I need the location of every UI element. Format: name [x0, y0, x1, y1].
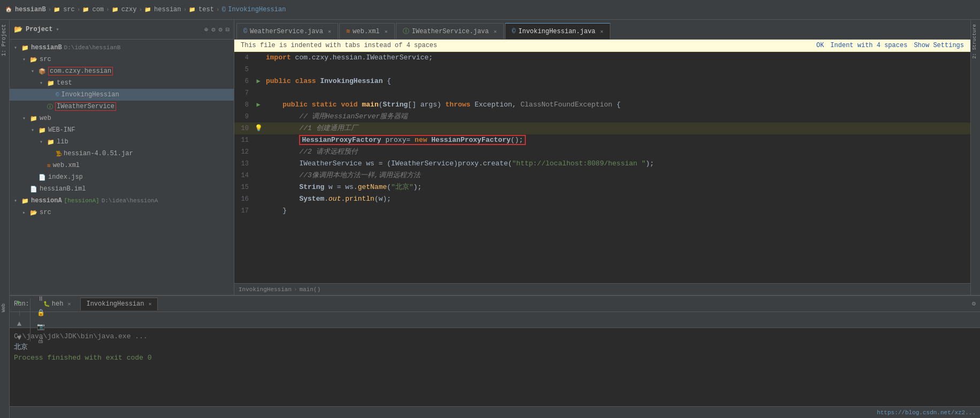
structure-tab[interactable]: 2: Structure [971, 20, 980, 63]
line-num-12: 12 [234, 146, 253, 158]
breadcrumb: 🏠 hessianB › 📁 src › 📁 com › 📁 czxy › 📁 … [5, 6, 286, 14]
tab-iweatherservice[interactable]: Ⓘ IWeatherService.java ✕ [396, 23, 504, 39]
src-icon: 📂 [30, 56, 37, 63]
tree-item-jar[interactable]: 🗜 hessian-4.0.51.jar [10, 148, 234, 159]
tab-close-iweatherservice[interactable]: ✕ [494, 28, 497, 35]
web-tab[interactable]: Web [0, 300, 9, 315]
project-icon: 🏠 [5, 6, 12, 13]
code-line-8: 8 ▶ public static void main(String[] arg… [234, 99, 970, 111]
tree-label-src: src [40, 56, 51, 63]
src-folder-icon: 📁 [53, 6, 60, 13]
gutter-10: 💡 [253, 123, 264, 134]
breadcrumb-bar: InvokingHessian › main() [234, 283, 970, 295]
tab-weatherservice[interactable]: © WeatherService.java ✕ [236, 23, 338, 39]
tree-item-test[interactable]: ▾ 📁 test [10, 77, 234, 89]
indent-action-button[interactable]: Indent with 4 spaces [830, 42, 907, 49]
arrow-src: ▾ [22, 56, 28, 63]
run-output: C:\java\jdk\JDK\bin\java.exe ... 北京 Proc… [10, 328, 980, 406]
tab-close-webxml[interactable]: ✕ [385, 28, 388, 35]
code-area[interactable]: 4 import com.czxy.hessian.IWeatherServic… [234, 52, 970, 283]
project-tab[interactable]: 1: Project [0, 20, 9, 60]
locate-icon[interactable]: ⊕ [204, 26, 208, 34]
tab-label-webxml: web.xml [353, 28, 379, 35]
collapse-icon[interactable]: ⊟ [226, 26, 229, 34]
output-line-4: Process finished with exit code 0 [14, 353, 976, 363]
tab-close-weatherservice[interactable]: ✕ [328, 28, 331, 35]
tab-webxml[interactable]: ≋ web.xml ✕ [339, 23, 395, 39]
run-arrow-6[interactable]: ▶ [256, 75, 260, 87]
tree-item-hessianB[interactable]: ▾ 📁 hessianB D:\idea\hessianB [10, 42, 234, 54]
run-arrow-8[interactable]: ▶ [256, 99, 260, 111]
tree-item-src2[interactable]: ▸ 📂 src [10, 207, 234, 218]
line-content-4: import com.czxy.hessian.IWeatherService; [264, 52, 970, 64]
tree-item-iml[interactable]: 📄 hessianB.iml [10, 183, 234, 195]
test-folder-icon2: 📁 [47, 80, 55, 87]
code-line-16: 16 System.out.println(w); [234, 193, 970, 205]
tree-item-indexjsp[interactable]: 📄 index.jsp [10, 171, 234, 183]
xml-icon: ≋ [47, 162, 51, 169]
scroll-lock-button[interactable]: 🔒 [34, 306, 48, 320]
editor-tabs: © WeatherService.java ✕ ≋ web.xml ✕ Ⓘ IW… [234, 20, 970, 40]
indent-settings-button[interactable]: Show Settings [914, 42, 964, 49]
run-tab-label-heh: heh [52, 300, 64, 308]
arrow-lib: ▾ [40, 139, 45, 145]
src2-icon: 📂 [30, 209, 37, 216]
jsp-icon: 📄 [39, 174, 46, 181]
tree-path-hessianB: D:\idea\hessianB [64, 44, 121, 51]
output-line-1: C:\java\jdk\JDK\bin\java.exe ... [14, 331, 976, 342]
line-content-17: } [264, 205, 970, 217]
tab-xml-icon: ≋ [346, 27, 350, 35]
java-c-icon: © [56, 92, 59, 98]
tab-close-invokinghessian[interactable]: ✕ [600, 28, 603, 35]
bc-sep: › [294, 286, 297, 293]
tab-invokinghessian[interactable]: © InvokingHessian.java ✕ [505, 23, 610, 39]
iml-icon: 📄 [30, 186, 37, 193]
bottom-panel: Run: 🐛 heh ✕ InvokingHessian ✕ ⚙ ▶ ▲ [10, 295, 980, 418]
lightbulb-icon[interactable]: 💡 [255, 123, 263, 134]
breadcrumb-hessian: hessian [154, 6, 181, 13]
run-gear-icon[interactable]: ⚙ [972, 300, 976, 308]
code-line-7: 7 [234, 87, 970, 99]
tree-item-webxml[interactable]: ≋ web.xml [10, 159, 234, 171]
tree-item-webinf[interactable]: ▾ 📁 WEB-INF [10, 124, 234, 136]
tree-item-package[interactable]: ▾ 📦 com.czxy.hessian [10, 65, 234, 77]
tree-item-src[interactable]: ▾ 📂 src [10, 54, 234, 65]
code-line-10: 10 💡 //1 创建通用工厂 [234, 123, 970, 134]
line-content-8: public static void main(String[] args) t… [264, 99, 970, 111]
project-folder-icon: 📁 [21, 44, 29, 51]
run-tab-invoking[interactable]: InvokingHessian ✕ [80, 298, 157, 310]
tree-item-invoking[interactable]: © InvokingHessian [10, 89, 234, 101]
tree-label-webinf: WEB-INF [48, 126, 75, 134]
line-num-16: 16 [234, 193, 253, 205]
tree-item-iweather[interactable]: Ⓘ IWeatherService [10, 101, 234, 112]
run-tab-close-heh[interactable]: ✕ [67, 301, 71, 307]
breadcrumb-test: test [198, 6, 214, 13]
tree-item-hessionA[interactable]: ▾ 📁 hessionA [hessionA] D:\idea\hessionA [10, 195, 234, 207]
tree-item-lib[interactable]: ▾ 📁 lib [10, 136, 234, 148]
arrow-webinf: ▾ [31, 127, 36, 133]
play-button[interactable]: ▶ [12, 295, 26, 309]
line-content-16: System.out.println(w); [264, 193, 970, 205]
run-tabs: Run: 🐛 heh ✕ InvokingHessian ✕ ⚙ [10, 296, 980, 312]
pause-button[interactable]: ⏸ [34, 292, 48, 306]
settings-icon[interactable]: ⚙ [211, 26, 215, 34]
tree-label-webxml: web.xml [53, 162, 80, 169]
breadcrumb-src: src [63, 6, 75, 13]
tree-label-lib: lib [57, 138, 68, 146]
project-header: 📂 Project ▾ ⊕ ⚙ ⚙ ⊟ [10, 20, 234, 40]
code-line-17: 17 } [234, 205, 970, 217]
breadcrumb-file-icon: © [222, 6, 226, 14]
header-icons: ⊕ ⚙ ⚙ ⊟ [204, 26, 229, 34]
line-num-6: 6 [234, 75, 253, 87]
code-line-14: 14 //3像调用本地方法一样,调用远程方法 [234, 170, 970, 181]
tree-item-web[interactable]: ▾ 📁 web [10, 112, 234, 124]
main-layout: 1: Project 📂 Project ▾ ⊕ ⚙ ⚙ ⊟ [0, 20, 980, 418]
gear-icon[interactable]: ⚙ [219, 26, 223, 34]
status-url: https://blog.csdn.net/xz2... [877, 409, 976, 416]
indent-ok-button[interactable]: OK [816, 42, 824, 49]
test-folder-icon: 📁 [189, 6, 195, 13]
project-panel: 📂 Project ▾ ⊕ ⚙ ⚙ ⊟ ▾ 📁 hessian [10, 20, 234, 295]
project-dropdown-icon[interactable]: ▾ [56, 26, 59, 33]
breadcrumb-hessianB: hessianB [15, 6, 46, 13]
run-tab-close-invoking[interactable]: ✕ [148, 301, 151, 307]
